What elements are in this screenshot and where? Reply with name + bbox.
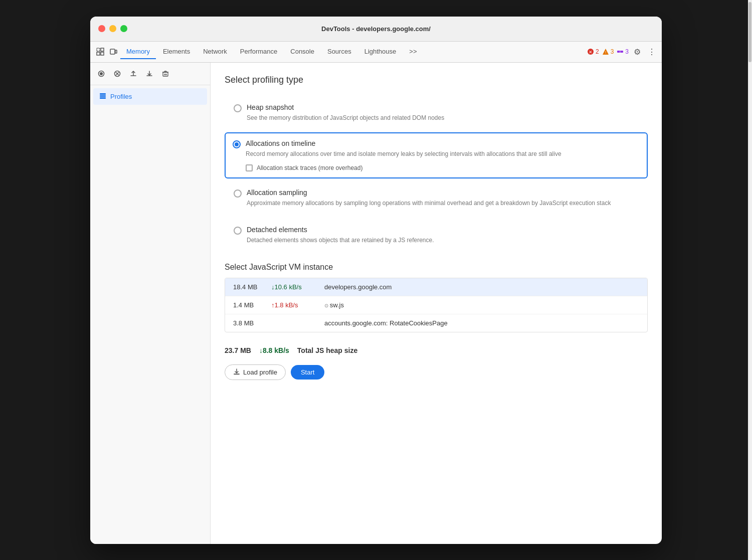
radio-allocation-sampling[interactable] <box>234 190 242 198</box>
tab-elements[interactable]: Elements <box>157 45 196 59</box>
devtools-window: DevTools - developers.google.com/ Memory… <box>90 17 662 544</box>
section-title: Select profiling type <box>225 75 648 85</box>
vm-table: 18.4 MB ↓10.6 kB/s developers.google.com… <box>225 278 648 332</box>
tab-network[interactable]: Network <box>197 45 233 59</box>
sidebar-item-profiles[interactable]: Profiles <box>93 88 207 105</box>
titlebar: DevTools - developers.google.com/ <box>90 17 662 42</box>
vm-size-1: 1.4 MB <box>233 301 263 309</box>
option-title-timeline: Allocations on timeline <box>246 139 640 147</box>
window-title: DevTools - developers.google.com/ <box>321 25 431 33</box>
radio-heap-snapshot[interactable] <box>234 104 242 112</box>
record-button[interactable] <box>94 67 108 81</box>
svg-rect-22 <box>100 97 106 99</box>
maximize-button[interactable] <box>120 25 127 32</box>
option-detached-elements[interactable]: Detached elements Detached elements show… <box>225 218 648 253</box>
load-profile-button[interactable]: Load profile <box>225 364 286 380</box>
sidebar-toolbar <box>90 63 210 85</box>
load-profile-icon <box>233 368 240 376</box>
svg-point-12 <box>100 72 103 75</box>
vm-rate-0: ↓10.6 kB/s <box>271 283 316 291</box>
svg-rect-0 <box>97 48 100 51</box>
btn-row: Load profile Start <box>225 364 648 380</box>
option-title-detached: Detached elements <box>247 226 639 234</box>
vm-rate-1: ↑1.8 kB/s <box>271 301 316 309</box>
sidebar: Profiles <box>90 63 211 544</box>
devtools-body: Profiles Select profiling type Heap snap… <box>90 63 662 544</box>
start-button[interactable]: Start <box>291 365 324 380</box>
total-size: 23.7 MB <box>225 346 251 354</box>
traffic-lights <box>98 25 127 32</box>
toolbar-right: ✕ 2 ! 3 i 3 ⚙ ⋮ <box>587 45 658 59</box>
svg-rect-5 <box>115 50 117 53</box>
checkbox-stack-traces[interactable] <box>246 164 253 171</box>
total-rate: ↓8.8 kB/s <box>259 346 289 354</box>
warning-badge[interactable]: ! 3 <box>602 48 614 55</box>
minimize-button[interactable] <box>109 25 116 32</box>
option-content-heap: Heap snapshot See the memory distributio… <box>247 103 639 122</box>
footer-totals: 23.7 MB ↓8.8 kB/s Total JS heap size <box>225 340 648 360</box>
svg-text:!: ! <box>605 50 606 55</box>
vm-name-1: ⊙ sw.js <box>324 301 639 309</box>
load-profile-label: Load profile <box>243 368 277 376</box>
inspect-element-icon[interactable] <box>94 46 106 58</box>
svg-rect-1 <box>101 48 104 51</box>
radio-detached-elements[interactable] <box>234 227 242 235</box>
close-button[interactable] <box>98 25 105 32</box>
svg-text:✕: ✕ <box>589 50 593 55</box>
option-desc-detached: Detached elements shows objects that are… <box>247 236 639 245</box>
option-heap-snapshot[interactable]: Heap snapshot See the memory distributio… <box>225 95 648 130</box>
option-allocation-sampling[interactable]: Allocation sampling Approximate memory a… <box>225 180 648 216</box>
tab-sources[interactable]: Sources <box>321 45 357 59</box>
vm-row-2[interactable]: 3.8 MB accounts.google.com: RotateCookie… <box>225 314 647 332</box>
option-title-sampling: Allocation sampling <box>247 189 639 197</box>
garbage-collect-button[interactable] <box>158 67 172 81</box>
settings-icon[interactable]: ⚙ <box>632 45 643 59</box>
profiles-icon <box>99 92 106 101</box>
svg-rect-3 <box>101 52 104 55</box>
sidebar-item-profiles-label: Profiles <box>110 93 132 100</box>
option-title-heap: Heap snapshot <box>247 103 639 111</box>
sidebar-nav: Profiles <box>90 85 210 108</box>
svg-text:i: i <box>620 50 621 54</box>
total-label: Total JS heap size <box>297 346 357 354</box>
main-content: Select profiling type Heap snapshot See … <box>211 63 662 544</box>
vm-name-0: developers.google.com <box>324 283 639 291</box>
vm-row-1[interactable]: 1.4 MB ↑1.8 kB/s ⊙ sw.js <box>225 296 647 314</box>
svg-rect-4 <box>110 49 115 54</box>
option-desc-sampling: Approximate memory allocations by sampli… <box>247 199 639 208</box>
download-profile-button[interactable] <box>142 67 156 81</box>
option-content-sampling: Allocation sampling Approximate memory a… <box>247 189 639 208</box>
tab-memory[interactable]: Memory <box>120 45 156 59</box>
more-options-icon[interactable]: ⋮ <box>646 45 658 59</box>
upload-profile-button[interactable] <box>126 67 140 81</box>
error-badge[interactable]: ✕ 2 <box>587 48 599 55</box>
vm-row-0[interactable]: 18.4 MB ↓10.6 kB/s developers.google.com <box>225 278 647 296</box>
svg-rect-2 <box>97 52 100 55</box>
option-desc-timeline: Record memory allocations over time and … <box>246 149 640 158</box>
vm-size-2: 3.8 MB <box>233 319 263 327</box>
option-content-timeline: Allocations on timeline Record memory al… <box>246 139 640 171</box>
option-desc-heap: See the memory distribution of JavaScrip… <box>247 113 639 122</box>
tab-console[interactable]: Console <box>284 45 320 59</box>
checkbox-stack-traces-label: Allocation stack traces (more overhead) <box>257 164 362 171</box>
svg-rect-23 <box>234 374 240 375</box>
vm-name-2: accounts.google.com: RotateCookiesPage <box>324 319 639 327</box>
radio-allocations-timeline[interactable] <box>233 140 241 148</box>
tab-bar: Memory Elements Network Performance Cons… <box>90 42 662 63</box>
option-allocations-timeline[interactable]: Allocations on timeline Record memory al… <box>225 132 648 178</box>
tab-more[interactable]: >> <box>403 45 423 59</box>
tab-lighthouse[interactable]: Lighthouse <box>358 45 403 59</box>
vm-dot-icon: ⊙ <box>324 303 330 308</box>
svg-rect-21 <box>100 95 106 97</box>
svg-rect-20 <box>100 93 106 95</box>
tab-performance[interactable]: Performance <box>234 45 283 59</box>
device-toolbar-icon[interactable] <box>107 46 119 58</box>
vm-section-title: Select JavaScript VM instance <box>225 263 648 272</box>
option-content-detached: Detached elements Detached elements show… <box>247 226 639 245</box>
clear-profiles-button[interactable] <box>110 67 124 81</box>
checkbox-row-stack-traces: Allocation stack traces (more overhead) <box>246 164 640 171</box>
vm-size-0: 18.4 MB <box>233 283 263 291</box>
info-badge[interactable]: i 3 <box>617 48 629 55</box>
